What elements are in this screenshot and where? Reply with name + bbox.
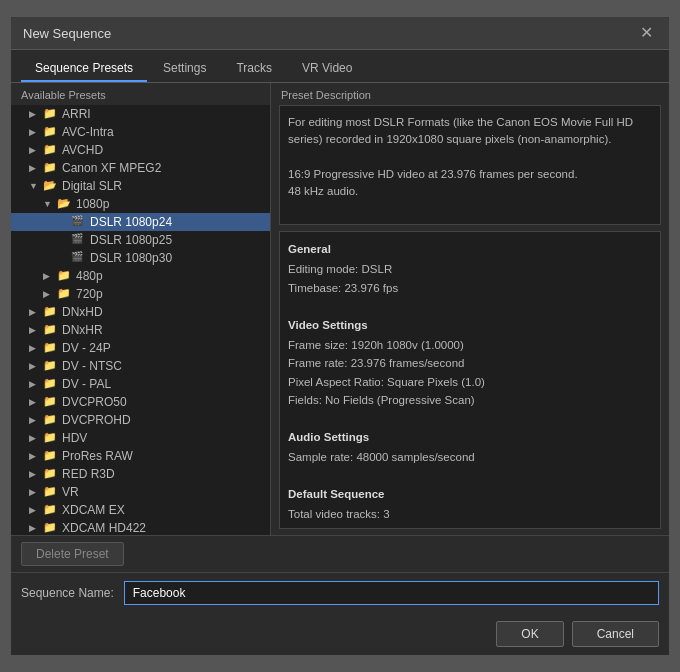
master-track-type: Master track type: Stereo — [288, 524, 652, 529]
arrow-icon: ▶ — [29, 127, 43, 137]
tree-item-dnxhr[interactable]: ▶ 📁 DNxHR — [11, 321, 270, 339]
tree-item-label: DSLR 1080p30 — [90, 251, 172, 265]
file-icon: 🎬 — [71, 215, 87, 229]
tree-item-label: DV - 24P — [62, 341, 111, 355]
folder-icon: 📁 — [43, 341, 59, 355]
timebase: Timebase: 23.976 fps — [288, 279, 652, 297]
arrow-icon: ▶ — [29, 451, 43, 461]
tree-item-dv-ntsc[interactable]: ▶ 📁 DV - NTSC — [11, 357, 270, 375]
tree-item-label: ARRI — [62, 107, 91, 121]
tree-item-dslr-1080p24[interactable]: 🎬 DSLR 1080p24 — [11, 213, 270, 231]
tree-item-arri[interactable]: ▶ 📁 ARRI — [11, 105, 270, 123]
arrow-icon: ▶ — [29, 469, 43, 479]
tree-item-label: DV - PAL — [62, 377, 111, 391]
frame-size: Frame size: 1920h 1080v (1.0000) — [288, 336, 652, 354]
pixel-aspect: Pixel Aspect Ratio: Square Pixels (1.0) — [288, 373, 652, 391]
cancel-button[interactable]: Cancel — [572, 621, 659, 647]
folder-icon: 📁 — [43, 143, 59, 157]
folder-icon: 📁 — [57, 269, 73, 283]
tree-item-red-r3d[interactable]: ▶ 📁 RED R3D — [11, 465, 270, 483]
arrow-icon: ▼ — [43, 199, 57, 209]
arrow-icon: ▶ — [43, 289, 57, 299]
arrow-icon: ▶ — [29, 109, 43, 119]
tree-item-dv-pal[interactable]: ▶ 📁 DV - PAL — [11, 375, 270, 393]
tree-item-label: 480p — [76, 269, 103, 283]
arrow-icon: ▶ — [29, 163, 43, 173]
tree-item-avchd[interactable]: ▶ 📁 AVCHD — [11, 141, 270, 159]
tree-item-dslr-1080p25[interactable]: 🎬 DSLR 1080p25 — [11, 231, 270, 249]
file-icon: 🎬 — [71, 233, 87, 247]
tab-settings[interactable]: Settings — [149, 56, 220, 82]
tree-item-1080p[interactable]: ▼ 📂 1080p — [11, 195, 270, 213]
name-bar: Sequence Name: — [11, 572, 669, 613]
tabs-bar: Sequence Presets Settings Tracks VR Vide… — [11, 50, 669, 83]
tab-tracks[interactable]: Tracks — [222, 56, 286, 82]
available-presets-label: Available Presets — [11, 83, 270, 105]
right-panel: Preset Description For editing most DSLR… — [271, 83, 669, 535]
tree-item-label: VR — [62, 485, 79, 499]
folder-icon: 📁 — [43, 359, 59, 373]
tree-item-vr[interactable]: ▶ 📁 VR — [11, 483, 270, 501]
delete-preset-button[interactable]: Delete Preset — [21, 542, 124, 566]
folder-icon: 📁 — [43, 503, 59, 517]
arrow-icon: ▶ — [29, 145, 43, 155]
tree-item-label: HDV — [62, 431, 87, 445]
preset-description-label: Preset Description — [271, 83, 669, 105]
tree-item-label: 720p — [76, 287, 103, 301]
preset-description-box: For editing most DSLR Formats (like the … — [279, 105, 661, 225]
arrow-icon: ▶ — [29, 397, 43, 407]
sequence-name-label: Sequence Name: — [21, 586, 114, 600]
sequence-name-input[interactable] — [124, 581, 659, 605]
presets-tree[interactable]: ▶ 📁 ARRI ▶ 📁 AVC-Intra ▶ 📁 AVCHD — [11, 105, 270, 535]
sample-rate: Sample rate: 48000 samples/second — [288, 448, 652, 466]
preset-description-text: For editing most DSLR Formats (like the … — [288, 116, 633, 197]
arrow-icon: ▼ — [29, 181, 43, 191]
tree-item-label: DV - NTSC — [62, 359, 122, 373]
tree-item-label: AVC-Intra — [62, 125, 114, 139]
tree-item-label: DVCPRO50 — [62, 395, 127, 409]
frame-rate: Frame rate: 23.976 frames/second — [288, 354, 652, 372]
folder-icon: 📁 — [43, 107, 59, 121]
dialog-title: New Sequence — [23, 26, 111, 41]
tree-item-prores-raw[interactable]: ▶ 📁 ProRes RAW — [11, 447, 270, 465]
tree-item-label: DNxHD — [62, 305, 103, 319]
fields: Fields: No Fields (Progressive Scan) — [288, 391, 652, 409]
tree-item-avc-intra[interactable]: ▶ 📁 AVC-Intra — [11, 123, 270, 141]
arrow-icon: ▶ — [29, 505, 43, 515]
tree-item-480p[interactable]: ▶ 📁 480p — [11, 267, 270, 285]
tree-item-label: 1080p — [76, 197, 109, 211]
tree-item-720p[interactable]: ▶ 📁 720p — [11, 285, 270, 303]
arrow-icon: ▶ — [29, 433, 43, 443]
folder-icon: 📁 — [43, 305, 59, 319]
folder-icon: 📂 — [57, 197, 73, 211]
general-content: Editing mode: DSLR Timebase: 23.976 fps … — [288, 260, 652, 529]
tree-item-dslr-1080p30[interactable]: 🎬 DSLR 1080p30 — [11, 249, 270, 267]
tree-item-label: DNxHR — [62, 323, 103, 337]
tab-sequence-presets[interactable]: Sequence Presets — [21, 56, 147, 82]
tree-item-dvcpro50[interactable]: ▶ 📁 DVCPRO50 — [11, 393, 270, 411]
tree-item-label: Canon XF MPEG2 — [62, 161, 161, 175]
tree-item-canon-xf[interactable]: ▶ 📁 Canon XF MPEG2 — [11, 159, 270, 177]
arrow-icon: ▶ — [29, 325, 43, 335]
tree-item-xdcam-ex[interactable]: ▶ 📁 XDCAM EX — [11, 501, 270, 519]
folder-icon: 📁 — [43, 125, 59, 139]
tree-item-label: DSLR 1080p25 — [90, 233, 172, 247]
folder-icon: 📁 — [57, 287, 73, 301]
folder-icon: 📂 — [43, 179, 59, 193]
audio-settings-title: Audio Settings — [288, 428, 652, 446]
tree-item-xdcam-hd422[interactable]: ▶ 📁 XDCAM HD422 — [11, 519, 270, 535]
tree-item-hdv[interactable]: ▶ 📁 HDV — [11, 429, 270, 447]
tree-item-digital-slr[interactable]: ▼ 📂 Digital SLR — [11, 177, 270, 195]
new-sequence-dialog: New Sequence ✕ Sequence Presets Settings… — [10, 16, 670, 656]
tree-item-dvcprohd[interactable]: ▶ 📁 DVCPROHD — [11, 411, 270, 429]
folder-icon: 📁 — [43, 431, 59, 445]
file-icon: 🎬 — [71, 251, 87, 265]
tree-item-dnxhd[interactable]: ▶ 📁 DNxHD — [11, 303, 270, 321]
tab-vr-video[interactable]: VR Video — [288, 56, 366, 82]
close-button[interactable]: ✕ — [636, 25, 657, 41]
folder-icon: 📁 — [43, 449, 59, 463]
folder-icon: 📁 — [43, 413, 59, 427]
tree-item-dv-24p[interactable]: ▶ 📁 DV - 24P — [11, 339, 270, 357]
ok-button[interactable]: OK — [496, 621, 563, 647]
tree-item-label: XDCAM EX — [62, 503, 125, 517]
